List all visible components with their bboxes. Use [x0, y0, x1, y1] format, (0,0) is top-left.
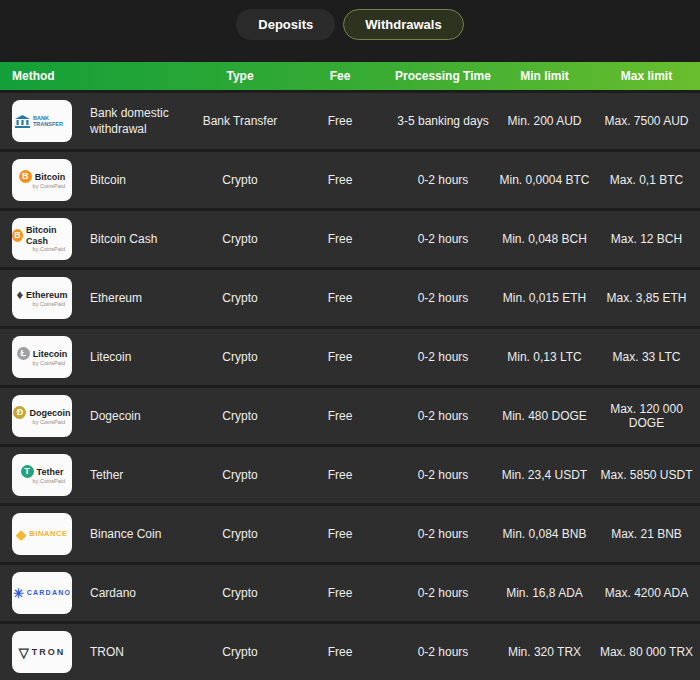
processing-time-cell: 0-2 hours	[390, 291, 496, 305]
max-limit-cell: Max. 80 000 TRX	[593, 645, 700, 659]
table-row: ▽ TRON TRON Crypto Free 0-2 hours Min. 3…	[0, 624, 700, 680]
max-limit-cell: Max. 7500 AUD	[593, 114, 700, 128]
method-label: Tether	[90, 467, 123, 483]
bitcoin-cash-logo: B Bitcoin Cash by CoinsPaid	[12, 218, 72, 260]
type-cell: Crypto	[190, 232, 290, 246]
coin-icon: B	[19, 170, 32, 183]
table-row: T Tether by CoinsPaid Tether Crypto Free…	[0, 447, 700, 503]
table-row: Ł Litecoin by CoinsPaid Litecoin Crypto …	[0, 329, 700, 385]
fee-cell: Free	[290, 350, 390, 364]
type-cell: Crypto	[190, 468, 290, 482]
max-limit-cell: Max. 21 BNB	[593, 527, 700, 541]
coin-icon: Ð	[13, 406, 26, 419]
min-limit-cell: Min. 23,4 USDT	[496, 468, 593, 482]
max-limit-cell: Max. 12 BCH	[593, 232, 700, 246]
fee-cell: Free	[290, 173, 390, 187]
fee-cell: Free	[290, 645, 390, 659]
max-limit-cell: Max. 120 000 DOGE	[593, 402, 700, 430]
method-cell: ▽ TRON TRON	[0, 631, 190, 673]
table-row: ◆ BINANCE Binance Coin Crypto Free 0-2 h…	[0, 506, 700, 562]
coin-icon: B	[12, 229, 23, 242]
type-cell: Crypto	[190, 173, 290, 187]
min-limit-cell: Min. 0,084 BNB	[496, 527, 593, 541]
fee-cell: Free	[290, 409, 390, 423]
method-cell: T Tether by CoinsPaid Tether	[0, 454, 190, 496]
fee-cell: Free	[290, 114, 390, 128]
dogecoin-logo: Ð Dogecoin by CoinsPaid	[12, 395, 72, 437]
min-limit-cell: Min. 320 TRX	[496, 645, 593, 659]
processing-time-cell: 0-2 hours	[390, 173, 496, 187]
processing-time-cell: 0-2 hours	[390, 468, 496, 482]
min-limit-cell: Min. 0,0004 BTC	[496, 173, 593, 187]
method-label: Cardano	[90, 585, 136, 601]
bitcoin-logo: B Bitcoin by CoinsPaid	[12, 159, 72, 201]
method-cell: ♦ Ethereum by CoinsPaid Ethereum	[0, 277, 190, 319]
ethereum-logo: ♦ Ethereum by CoinsPaid	[12, 277, 72, 319]
table-row: ♦ Ethereum by CoinsPaid Ethereum Crypto …	[0, 270, 700, 326]
bank-transfer-logo: BANK TRANSFER	[12, 100, 72, 142]
coinspaid-byline: by CoinsPaid	[33, 184, 65, 190]
payment-brand-name: BANK TRANSFER	[33, 115, 69, 128]
type-cell: Bank Transfer	[190, 114, 290, 128]
fee-cell: Free	[290, 291, 390, 305]
coin-icon: ♦	[16, 288, 23, 301]
coinspaid-byline: by CoinsPaid	[33, 420, 65, 426]
method-label: Bitcoin Cash	[90, 231, 157, 247]
tron-logo: ▽ TRON	[12, 631, 72, 673]
table-header: Method Type Fee Processing Time Min limi…	[0, 62, 700, 90]
fee-cell: Free	[290, 527, 390, 541]
min-limit-cell: Min. 0,048 BCH	[496, 232, 593, 246]
table-row: B Bitcoin by CoinsPaid Bitcoin Crypto Fr…	[0, 152, 700, 208]
max-limit-cell: Max. 4200 ADA	[593, 586, 700, 600]
table-row: Ð Dogecoin by CoinsPaid Dogecoin Crypto …	[0, 388, 700, 444]
binance-logo: ◆ BINANCE	[12, 513, 72, 555]
processing-time-cell: 0-2 hours	[390, 350, 496, 364]
bank-icon	[15, 115, 30, 128]
method-label: Bitcoin	[90, 172, 126, 188]
type-cell: Crypto	[190, 586, 290, 600]
method-label: Litecoin	[90, 349, 131, 365]
coinspaid-byline: by CoinsPaid	[33, 361, 65, 367]
processing-time-cell: 3-5 banking days	[390, 114, 496, 128]
col-header-fee: Fee	[290, 69, 390, 83]
method-cell: ◆ BINANCE Binance Coin	[0, 513, 190, 555]
payment-tabs: Deposits Withdrawals	[0, 0, 700, 62]
type-cell: Crypto	[190, 527, 290, 541]
table-row: ✳ CARDANO Cardano Crypto Free 0-2 hours …	[0, 565, 700, 621]
tab-deposits[interactable]: Deposits	[236, 9, 335, 40]
fee-cell: Free	[290, 232, 390, 246]
payment-brand-name: Bitcoin	[35, 172, 66, 182]
processing-time-cell: 0-2 hours	[390, 586, 496, 600]
fee-cell: Free	[290, 468, 390, 482]
method-cell: ✳ CARDANO Cardano	[0, 572, 190, 614]
payment-brand-name: Bitcoin Cash	[26, 225, 72, 246]
table-row: BANK TRANSFER Bank domestic withdrawal B…	[0, 93, 700, 149]
min-limit-cell: Min. 480 DOGE	[496, 409, 593, 423]
method-cell: B Bitcoin by CoinsPaid Bitcoin	[0, 159, 190, 201]
coin-icon: ✳	[13, 587, 24, 600]
col-header-min-limit: Min limit	[496, 69, 593, 83]
coin-icon: ▽	[19, 646, 29, 659]
payment-brand-name: Dogecoin	[29, 408, 70, 418]
col-header-method: Method	[0, 69, 190, 83]
max-limit-cell: Max. 5850 USDT	[593, 468, 700, 482]
col-header-processing-time: Processing Time	[390, 69, 496, 83]
max-limit-cell: Max. 0,1 BTC	[593, 173, 700, 187]
coinspaid-byline: by CoinsPaid	[33, 479, 65, 485]
min-limit-cell: Min. 0,015 ETH	[496, 291, 593, 305]
fee-cell: Free	[290, 586, 390, 600]
method-label: Binance Coin	[90, 526, 161, 542]
type-cell: Crypto	[190, 350, 290, 364]
min-limit-cell: Min. 16,8 ADA	[496, 586, 593, 600]
payment-brand-name: CARDANO	[27, 589, 71, 597]
type-cell: Crypto	[190, 645, 290, 659]
processing-time-cell: 0-2 hours	[390, 232, 496, 246]
payment-brand-name: Ethereum	[26, 290, 68, 300]
payment-brand-name: Tether	[37, 467, 64, 477]
method-cell: B Bitcoin Cash by CoinsPaid Bitcoin Cash	[0, 218, 190, 260]
processing-time-cell: 0-2 hours	[390, 527, 496, 541]
method-cell: BANK TRANSFER Bank domestic withdrawal	[0, 100, 190, 142]
max-limit-cell: Max. 3,85 ETH	[593, 291, 700, 305]
tab-withdrawals[interactable]: Withdrawals	[343, 9, 463, 40]
tether-logo: T Tether by CoinsPaid	[12, 454, 72, 496]
